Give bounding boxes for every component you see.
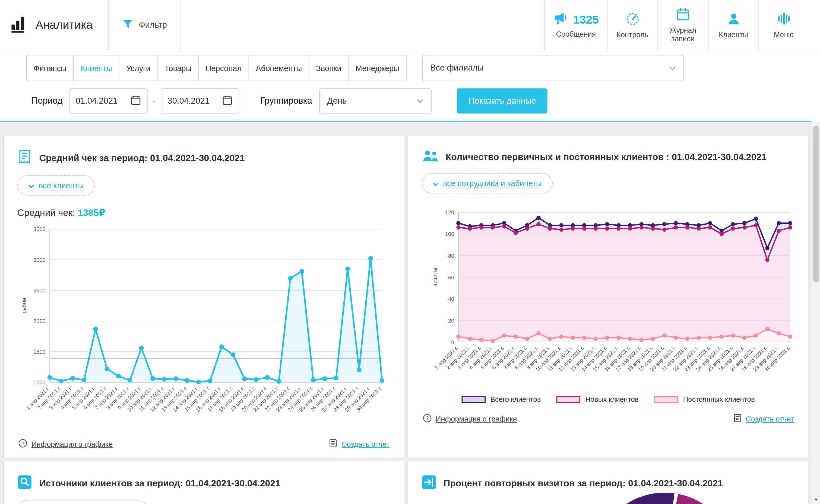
svg-text:2500: 2500 — [33, 288, 46, 294]
avg-check-value-line: Средний чек: 1385₽ — [17, 207, 391, 218]
client-sources-filter-pill[interactable]: Выбрать источник клиента — [17, 500, 147, 504]
tab-services[interactable]: Услуги — [119, 55, 158, 81]
top-bar: Аналитика Фильтр — [0, 0, 820, 50]
legend-label: Всего клиентов — [491, 395, 541, 403]
repeat-visits-panel: Процент повторных визитов за период: 01.… — [407, 461, 809, 504]
svg-text:60: 60 — [448, 275, 454, 280]
avg-check-filter-pill[interactable]: все клиенты — [17, 175, 95, 196]
chevron-down-icon — [669, 63, 676, 73]
filter-tab[interactable]: Фильтр — [108, 0, 180, 50]
legend-label: Новых клиентов — [585, 395, 638, 403]
svg-text:40: 40 — [448, 296, 454, 302]
calendar-small-icon — [131, 95, 141, 107]
grouping-label: Группировка — [260, 96, 312, 106]
avg-check-panel: Средний чек за период: 01.04.2021-30.04.… — [3, 135, 405, 458]
period-label: Период — [31, 96, 63, 106]
nav-clients-label: Клиенты — [719, 30, 748, 39]
svg-text:?: ? — [426, 415, 429, 421]
clients-count-filter-pill[interactable]: все сотрудники и кабинеты — [422, 173, 553, 193]
svg-text:?: ? — [21, 441, 24, 446]
legend-label: Постоянных клиентов — [683, 395, 755, 403]
svg-text:визиты: визиты — [432, 268, 438, 287]
calendar-icon — [676, 7, 690, 24]
scroll-down-button[interactable]: ▼ — [812, 495, 820, 504]
app-logo[interactable]: Аналитика — [11, 0, 93, 50]
people-icon — [422, 149, 439, 165]
chevron-down-icon — [433, 179, 438, 188]
date-range-separator: - — [152, 96, 155, 106]
svg-text:1000: 1000 — [33, 379, 46, 385]
svg-text:рубли: рубли — [21, 298, 27, 314]
report-icon — [734, 414, 742, 424]
legend-item: Постоянных клиентов — [654, 395, 755, 403]
tab-calls[interactable]: Звонки — [308, 55, 348, 81]
nav-messages[interactable]: 1325 Сообщения — [544, 0, 607, 50]
page-title: Аналитика — [36, 18, 93, 32]
date-to-value: 30.04.2021 — [168, 96, 209, 106]
search-icon — [17, 475, 32, 492]
analytics-bars-icon — [11, 15, 28, 36]
avg-check-title: Средний чек за период: 01.04.2021-30.04.… — [39, 152, 245, 163]
svg-text:100: 100 — [445, 231, 454, 237]
clients-chart-report-label: Создать отчет — [746, 415, 794, 423]
show-data-button[interactable]: Показать данные — [457, 88, 548, 114]
avg-check-label: Средний чек: — [17, 208, 75, 218]
svg-text:2000: 2000 — [33, 318, 46, 324]
grouping-select[interactable]: День — [319, 88, 432, 114]
avg-check-chart: 1000150020002500300035001 апр 2021 г.2 а… — [19, 224, 388, 436]
legend-item: Новых клиентов — [557, 395, 638, 403]
legend-item: Всего клиентов — [462, 395, 541, 403]
legend-swatch — [654, 396, 679, 403]
funnel-icon — [122, 18, 133, 32]
clients-legend: Всего клиентовНовых клиентовПостоянных к… — [422, 395, 795, 403]
clients-chart-info-link[interactable]: ? Информация о графике — [423, 414, 517, 424]
legend-swatch — [557, 396, 581, 403]
megaphone-icon — [553, 12, 569, 27]
svg-text:80: 80 — [448, 253, 454, 259]
top-navigation: 1325 Сообщения Контроль — [544, 0, 809, 50]
report-icon — [329, 439, 337, 449]
page-scrollbar[interactable]: ▼ — [812, 122, 820, 504]
gauge-icon — [625, 11, 640, 28]
nav-clients[interactable]: Клиенты — [708, 0, 758, 50]
clients-chart: 0204060801001201 апр 2021 г.2 апр 2021 г… — [430, 207, 796, 393]
tab-staff[interactable]: Персонал — [198, 55, 249, 81]
clients-count-panel: Количество первичных и постоянных клиент… — [407, 135, 809, 458]
question-circle-icon: ? — [18, 439, 27, 449]
tab-goods[interactable]: Товары — [157, 55, 199, 81]
date-to-input[interactable]: 30.04.2021 — [161, 88, 239, 114]
clients-chart-report-link[interactable]: Создать отчет — [734, 414, 794, 424]
svg-text:0: 0 — [451, 339, 454, 345]
tab-finances[interactable]: Финансы — [26, 55, 74, 81]
date-from-input[interactable]: 01.04.2021 — [69, 88, 147, 114]
menu-icon — [776, 11, 791, 28]
avg-chart-info-link[interactable]: ? Информация о графике — [18, 439, 113, 449]
calendar-small-icon — [222, 95, 233, 107]
chevron-down-icon — [28, 181, 34, 190]
tab-memberships[interactable]: Абонементы — [248, 55, 309, 81]
clients-count-filter-label: все сотрудники и кабинеты — [443, 179, 542, 188]
messages-count-badge: 1325 — [573, 13, 599, 26]
grouping-select-value: День — [327, 96, 346, 106]
nav-journal[interactable]: Журнал записи — [657, 0, 708, 50]
client-sources-title: Источники клиентов за период: 01.04.2021… — [39, 478, 280, 489]
category-tabs: Финансы Клиенты Услуги Товары Персонал А… — [26, 55, 406, 81]
avg-chart-report-link[interactable]: Создать отчет — [329, 439, 390, 449]
avg-check-value: 1385₽ — [78, 208, 105, 218]
nav-journal-label: Журнал записи — [666, 26, 700, 43]
tab-clients[interactable]: Клиенты — [73, 55, 119, 81]
person-icon — [726, 11, 741, 28]
legend-swatch — [462, 396, 486, 403]
analytics-page: Аналитика Фильтр — [0, 0, 820, 504]
date-from-value: 01.04.2021 — [76, 96, 117, 106]
svg-text:20: 20 — [448, 318, 454, 324]
dashboard: Средний чек за период: 01.04.2021-30.04.… — [0, 122, 820, 504]
svg-text:1500: 1500 — [33, 349, 46, 355]
nav-control[interactable]: Контроль — [607, 0, 657, 50]
tab-managers[interactable]: Менеджеры — [348, 55, 406, 81]
scrollbar-thumb[interactable] — [813, 126, 819, 282]
branch-select[interactable]: Все филиалы — [423, 55, 684, 81]
nav-menu[interactable]: Меню — [758, 0, 809, 50]
svg-text:3500: 3500 — [33, 226, 46, 232]
repeat-visits-title: Процент повторных визитов за период: 01.… — [444, 478, 723, 489]
